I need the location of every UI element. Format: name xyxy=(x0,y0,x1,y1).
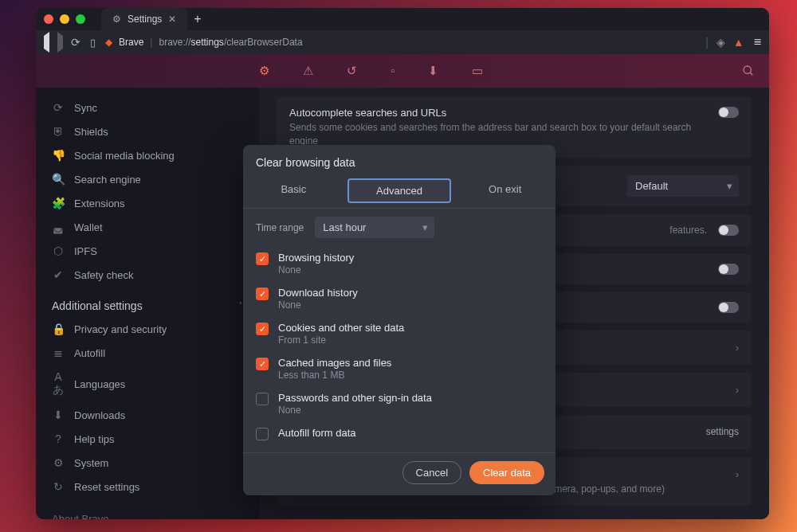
reset-icon: ↻ xyxy=(52,480,65,493)
clear-option[interactable]: ✓Download historyNone xyxy=(256,281,543,316)
checkbox[interactable] xyxy=(256,393,269,405)
clear-data-button[interactable]: Clear data xyxy=(469,461,544,484)
checkbox[interactable] xyxy=(256,428,269,440)
option-subtitle: From 1 site xyxy=(278,334,404,346)
sidebar-item-extensions[interactable]: 🧩Extensions xyxy=(36,191,259,215)
forward-button[interactable] xyxy=(57,36,63,49)
toolbar: ⟳ ▯ ◆ Brave | brave://settings/clearBrow… xyxy=(36,30,769,54)
sidebar-item-autofill[interactable]: ≣Autofill xyxy=(36,341,259,365)
option-title: Browsing history xyxy=(278,252,354,264)
chevron-right-icon: › xyxy=(736,384,739,396)
toggle[interactable] xyxy=(718,107,739,118)
sidebar-additional-header[interactable]: Additional settings ˄ xyxy=(36,287,259,317)
nav-history-icon[interactable]: ↺ xyxy=(347,64,357,78)
shield-icon: ⛨ xyxy=(52,125,65,138)
checkbox[interactable]: ✓ xyxy=(256,252,269,265)
brand-label: Brave xyxy=(119,37,143,48)
nav-warn-icon[interactable]: ⚠ xyxy=(303,64,313,78)
sidebar-item-social[interactable]: 👎Social media blocking xyxy=(36,143,259,167)
cycling-select[interactable]: Default xyxy=(627,175,739,197)
autofill-icon: ≣ xyxy=(52,346,65,359)
sidebar-about[interactable]: About Brave xyxy=(36,499,259,519)
thumb-down-icon: 👎 xyxy=(52,149,65,162)
clear-option[interactable]: ✓Cached images and filesLess than 1 MB xyxy=(256,351,543,386)
sidebar-item-shields[interactable]: ⛨Shields xyxy=(36,119,259,143)
menu-button[interactable]: ≡ xyxy=(754,35,761,49)
toggle[interactable] xyxy=(718,225,739,236)
checkbox[interactable]: ✓ xyxy=(256,358,269,370)
sidebar-item-privacy[interactable]: 🔒Privacy and security xyxy=(36,317,259,341)
clear-options-list: ✓Browsing historyNone✓Download historyNo… xyxy=(243,246,556,452)
sidebar-item-ipfs[interactable]: ⬡IPFS xyxy=(36,239,259,263)
sidebar-item-wallet[interactable]: ◛Wallet xyxy=(36,215,259,239)
toggle[interactable] xyxy=(718,302,739,313)
sidebar-item-system[interactable]: ⚙System xyxy=(36,451,259,475)
nav-download-icon[interactable]: ⬇ xyxy=(428,64,438,78)
back-button[interactable] xyxy=(44,36,49,49)
checkbox[interactable]: ✓ xyxy=(256,323,269,335)
sidebar-item-safety[interactable]: ✔Safety check xyxy=(36,263,259,287)
nav-gear-icon[interactable]: ⚙ xyxy=(259,64,269,78)
settings-topnav: ⚙ ⚠ ↺ ▫ ⬇ ▭ xyxy=(36,54,769,88)
option-subtitle: None xyxy=(278,405,432,416)
option-title: Download history xyxy=(278,287,358,299)
option-title: Passwords and other sign-in data xyxy=(278,392,432,404)
option-title: Cached images and files xyxy=(278,357,391,369)
svg-line-1 xyxy=(750,72,752,75)
chevron-right-icon: › xyxy=(736,468,739,480)
shield-icon[interactable]: ◈ xyxy=(717,36,725,49)
sidebar-item-search[interactable]: 🔍Search engine xyxy=(36,167,259,191)
address-bar[interactable]: ◆ Brave | brave://settings/clearBrowserD… xyxy=(105,37,696,48)
option-title: Autofill form data xyxy=(278,427,356,439)
url-text: brave://settings/clearBrowserData xyxy=(159,37,302,48)
checkbox[interactable]: ✓ xyxy=(256,288,269,300)
time-range-select[interactable]: Last hour xyxy=(315,217,434,238)
help-icon: ? xyxy=(52,432,65,445)
option-subtitle: None xyxy=(278,264,354,276)
language-icon: Aあ xyxy=(52,370,65,397)
dialog-actions: Cancel Clear data xyxy=(243,452,556,495)
tab-basic[interactable]: Basic xyxy=(243,177,344,208)
reload-button[interactable]: ⟳ xyxy=(71,36,80,49)
tab-onexit[interactable]: On exit xyxy=(454,177,556,208)
nav-buttons: ⟳ xyxy=(44,36,80,49)
sidebar-item-sync[interactable]: ⟳Sync xyxy=(36,96,259,119)
traffic-lights xyxy=(44,14,85,24)
brave-shield-icon[interactable]: ◆ xyxy=(105,37,112,48)
lock-icon: 🔒 xyxy=(52,323,65,335)
new-tab-button[interactable]: + xyxy=(194,12,201,26)
bookmark-icon[interactable]: ▯ xyxy=(90,37,96,49)
cancel-button[interactable]: Cancel xyxy=(402,461,461,484)
setting-subtitle: Sends some cookies and searches from the… xyxy=(289,121,707,148)
tab-advanced[interactable]: Advanced xyxy=(347,178,452,203)
maximize-window-button[interactable] xyxy=(76,14,85,24)
time-range-label: Time range xyxy=(256,222,304,233)
sidebar-item-reset[interactable]: ↻Reset settings xyxy=(36,475,259,499)
close-window-button[interactable] xyxy=(44,14,53,24)
option-subtitle: None xyxy=(278,299,358,311)
search-icon[interactable] xyxy=(742,65,755,77)
sidebar: ⟳Sync ⛨Shields 👎Social media blocking 🔍S… xyxy=(36,88,259,519)
dialog-tabs: Basic Advanced On exit xyxy=(243,177,556,209)
gear-icon: ⚙ xyxy=(112,14,121,25)
safety-icon: ✔ xyxy=(52,268,65,281)
nav-calendar-icon[interactable]: ▭ xyxy=(472,64,483,78)
gear-icon: ⚙ xyxy=(52,456,65,469)
toggle[interactable] xyxy=(718,264,739,275)
clear-option[interactable]: ✓Browsing historyNone xyxy=(256,246,543,281)
clear-option[interactable]: ✓Cookies and other site dataFrom 1 site xyxy=(256,316,543,351)
tab-title: Settings xyxy=(128,14,162,25)
option-title: Cookies and other site data xyxy=(278,322,404,334)
clear-option[interactable]: Passwords and other sign-in dataNone xyxy=(256,386,543,421)
minimize-window-button[interactable] xyxy=(60,14,69,24)
sidebar-item-languages[interactable]: AあLanguages xyxy=(36,365,259,403)
close-tab-icon[interactable]: ✕ xyxy=(168,14,176,25)
chevron-right-icon: › xyxy=(736,342,739,354)
sidebar-item-downloads[interactable]: ⬇Downloads xyxy=(36,403,259,427)
nav-save-icon[interactable]: ▫ xyxy=(391,64,395,78)
clear-option[interactable]: Autofill form data xyxy=(256,421,543,446)
browser-tab[interactable]: ⚙ Settings ✕ xyxy=(101,8,187,30)
warn-icon[interactable]: ▲ xyxy=(733,36,744,49)
sidebar-item-helptips[interactable]: ?Help tips xyxy=(36,427,259,451)
browser-window: ⚙ Settings ✕ + ⟳ ▯ ◆ Brave | brave://set… xyxy=(36,8,769,519)
